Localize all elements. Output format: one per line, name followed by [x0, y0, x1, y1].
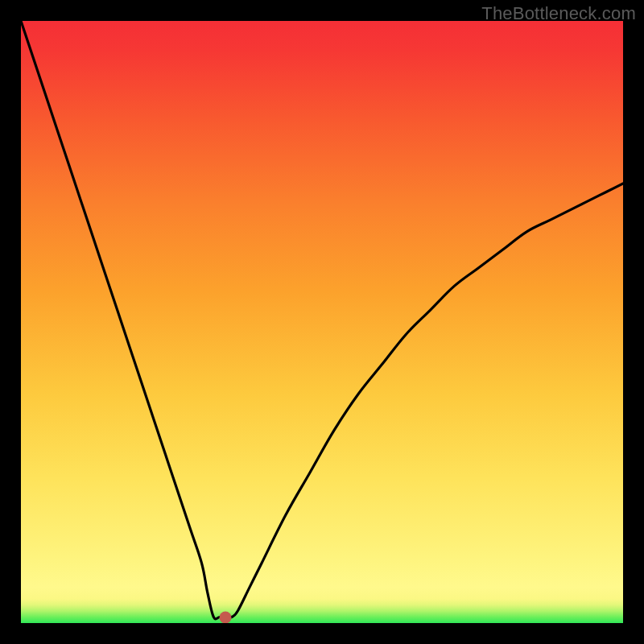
plot-area [21, 21, 623, 623]
curve-svg [21, 21, 623, 623]
bottleneck-curve [21, 21, 623, 619]
watermark-text: TheBottleneck.com [481, 3, 636, 24]
marker-dot [220, 611, 232, 623]
chart-frame: TheBottleneck.com [0, 0, 644, 644]
